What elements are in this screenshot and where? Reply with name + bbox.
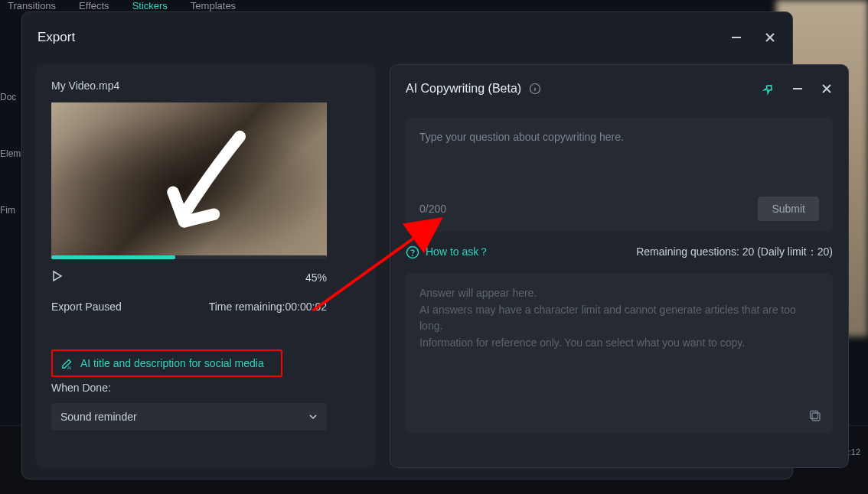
progress-percent: 45% [305,271,327,284]
info-icon[interactable] [529,83,541,95]
select-value: Sound reminder [60,411,137,423]
answer-output: Answer will appear here. AI answers may … [406,273,833,434]
answer-placeholder-1: Answer will appear here. [419,285,819,302]
sidebar-elem[interactable]: Elem [0,148,23,159]
ai-copywriting-panel: AI Copywriting (Beta) Type your question… [390,64,849,468]
when-done-select[interactable]: Sound reminder [51,403,327,431]
dialog-title: Export [38,30,75,45]
timeline-timestamp: :12 [849,447,860,457]
when-done-label: When Done: [51,382,361,394]
how-to-ask-label: How to ask？ [426,245,489,259]
sidebar-fim[interactable]: Fim [0,205,23,216]
svg-marker-3 [54,271,61,281]
ai-title-description-link[interactable]: AI AI title and description for social m… [51,349,282,377]
answer-placeholder-3: Information for reference only. You can … [419,335,819,352]
minimize-button[interactable] [729,31,743,44]
how-to-ask-link[interactable]: How to ask？ [406,245,489,259]
export-status: Export Paused [51,301,122,313]
chevron-down-icon [308,412,318,421]
panel-close-button[interactable] [821,83,833,95]
submit-button[interactable]: Submit [758,197,819,221]
svg-point-12 [412,255,413,256]
remaining-questions: Remaining questions: 20 (Daily limit：20) [636,245,833,259]
close-button[interactable] [763,31,777,44]
input-placeholder: Type your question about copywriting her… [419,131,819,143]
pencil-ai-icon: AI [60,356,74,370]
pin-icon[interactable] [762,83,775,96]
svg-rect-14 [811,411,818,419]
question-icon [406,245,419,259]
export-dialog: Export My Video.mp4 45% [21,11,793,479]
ai-link-label: AI title and description for social medi… [80,357,264,369]
video-thumbnail [51,102,327,257]
char-counter: 0/200 [419,203,446,215]
question-input[interactable]: Type your question about copywriting her… [406,117,833,232]
svg-text:AI: AI [67,366,71,370]
thumbnail-arrow-overlay [151,125,269,244]
progress-bar [51,255,327,259]
answer-placeholder-2: AI answers may have a character limit an… [419,302,819,335]
panel-minimize-button[interactable] [791,83,804,95]
sidebar-doc[interactable]: Doc [0,92,23,102]
time-remaining: Time remaining:00:00:02 [209,301,327,313]
export-filename: My Video.mp4 [51,80,361,92]
progress-fill [51,255,175,259]
copy-icon[interactable] [808,409,822,423]
ai-panel-title: AI Copywriting (Beta) [406,82,521,96]
export-progress-card: My Video.mp4 45% Export Paused Time rema… [36,64,376,468]
left-sidebar: Doc Elem Fim [0,92,23,216]
svg-rect-13 [812,413,820,421]
play-button[interactable] [51,270,64,285]
